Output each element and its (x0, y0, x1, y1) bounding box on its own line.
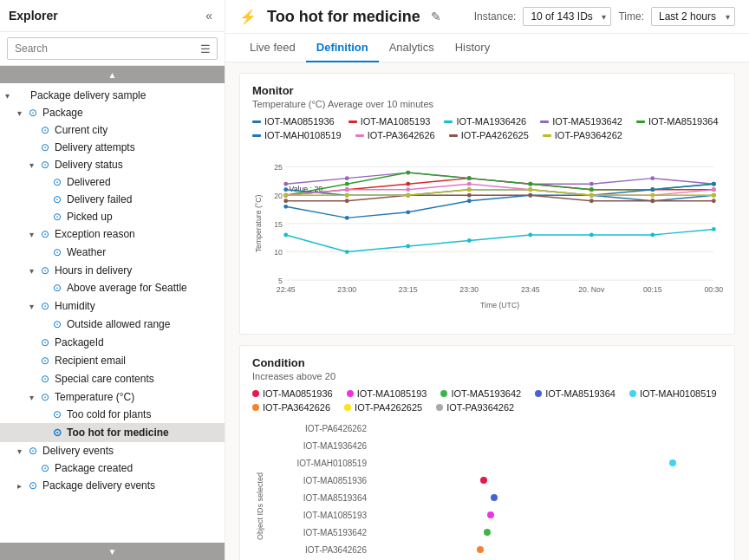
sidebar-item-too-hot-medicine[interactable]: ⊙Too hot for medicine··· (0, 423, 225, 442)
sidebar-item-packageid[interactable]: ⊙PackageId··· (0, 333, 225, 352)
svg-point-32 (406, 182, 410, 186)
tree-node-icon: ⊙ (50, 246, 64, 258)
svg-point-68 (650, 187, 655, 192)
sidebar-item-exception-reason[interactable]: ▾⊙Exception reason (0, 225, 225, 243)
sidebar-item-package-delivery-events[interactable]: ▸⊙Package delivery events (0, 477, 225, 494)
tree-node-icon: ⊙ (50, 282, 64, 294)
sidebar-item-delivery-status[interactable]: ▾⊙Delivery status (0, 156, 225, 173)
sidebar-item-package-created[interactable]: ⊙Package created (0, 459, 225, 477)
svg-point-78 (283, 199, 288, 203)
svg-point-59 (589, 187, 594, 192)
scatter-dot-area (372, 472, 722, 489)
tabs-container: Live feedDefinitionAnalyticsHistory (225, 34, 749, 62)
tree-node-icon: ⊙ (38, 462, 52, 474)
scatter-row-label: IOT-MA1936426 (268, 441, 372, 451)
scatter-dot (487, 511, 494, 518)
condition-chart-area: Object IDs selectedIOT-PA6426262IOT-MA19… (252, 420, 722, 560)
sidebar-item-too-cold-plants[interactable]: ⊙Too cold for plants (0, 406, 225, 423)
scatter-dot (484, 529, 491, 536)
svg-point-90 (528, 187, 532, 192)
sidebar-item-special-care-contents[interactable]: ⊙Special care contents··· (0, 369, 225, 388)
sidebar-item-package-delivery-sample[interactable]: ▾Package delivery sample (0, 87, 225, 104)
condition-legend-item: IOT-PA4262625 (344, 402, 422, 413)
tree-item-label: Delivered (67, 176, 221, 188)
sidebar-item-above-average-seattle[interactable]: ⊙Above average for Seattle (0, 279, 225, 296)
scroll-up-arrow[interactable]: ▲ (0, 66, 225, 83)
tree-item-label: Humidity (55, 300, 200, 312)
svg-point-22 (283, 205, 288, 209)
tab-analytics[interactable]: Analytics (379, 34, 445, 62)
edit-icon[interactable]: ✎ (431, 10, 441, 23)
tree-node-icon: ⊙ (38, 391, 52, 403)
tree-node-icon: ⊙ (38, 336, 52, 348)
svg-point-38 (283, 233, 288, 238)
sidebar-item-current-city[interactable]: ⊙Current city (0, 121, 225, 139)
sidebar-title: Explorer (9, 9, 58, 23)
scroll-down-arrow[interactable]: ▼ (0, 543, 225, 560)
tree-item-label: Temperature (°C) (55, 391, 221, 403)
svg-point-23 (345, 216, 349, 220)
sidebar-item-picked-up[interactable]: ⊙Picked up (0, 208, 225, 225)
tree-item-label: Recipient email (55, 355, 221, 367)
sidebar-item-weather[interactable]: ⊙Weather··· (0, 243, 225, 262)
tree-item-label: Current city (55, 124, 221, 136)
tree-chevron: ▾ (12, 108, 26, 118)
tree-node-icon: ⊙ (26, 479, 40, 492)
tab-definition[interactable]: Definition (306, 34, 379, 62)
sidebar-tree: ▾Package delivery sample▾⊙Package⊙Curren… (0, 83, 225, 543)
tree-item-label: Too cold for plants (67, 408, 221, 420)
sidebar-item-hours-in-delivery[interactable]: ▾⊙Hours in delivery (0, 262, 225, 279)
svg-text:23:45: 23:45 (521, 285, 540, 294)
sidebar-item-delivery-events[interactable]: ▾⊙Delivery events (0, 442, 225, 459)
monitor-chart: 510152025Value : 2022:4523:0023:1523:302… (252, 147, 722, 321)
svg-point-89 (467, 187, 472, 192)
tree-node-icon: ⊙ (26, 445, 40, 457)
svg-point-44 (650, 233, 655, 238)
tree-node-icon: ⊙ (26, 107, 40, 119)
svg-point-81 (467, 193, 472, 198)
condition-legend: IOT-MA0851936IOT-MA1085193IOT-MA5193642I… (252, 388, 722, 413)
time-select-wrapper: Last 2 hours (651, 7, 735, 26)
time-select[interactable]: Last 2 hours (651, 7, 735, 26)
tab-live-feed[interactable]: Live feed (239, 34, 306, 62)
search-input[interactable] (7, 37, 218, 60)
svg-point-91 (589, 193, 594, 198)
svg-text:00:15: 00:15 (643, 285, 662, 294)
monitor-panel: Monitor Temperature (°C) Average over 10… (239, 73, 735, 335)
svg-point-88 (406, 193, 410, 198)
tree-node-icon: ⊙ (50, 408, 64, 420)
tab-history[interactable]: History (445, 34, 500, 62)
tree-item-label: Delivery events (42, 445, 221, 457)
svg-point-77 (712, 187, 716, 192)
tree-item-label: Delivery attempts (55, 141, 221, 153)
scatter-dot-area (372, 524, 722, 541)
svg-point-24 (406, 210, 410, 214)
monitor-title: Monitor (252, 84, 722, 97)
sidebar-item-delivery-attempts[interactable]: ⊙Delivery attempts (0, 139, 225, 156)
scatter-dot (477, 546, 484, 553)
svg-text:5: 5 (278, 277, 283, 285)
sidebar-collapse-button[interactable]: « (202, 7, 216, 24)
sidebar-item-delivery-failed[interactable]: ⊙Delivery failed (0, 191, 225, 208)
scatter-dot-area (372, 506, 722, 524)
sidebar-item-temperature[interactable]: ▾⊙Temperature (°C) (0, 388, 225, 406)
svg-point-51 (589, 182, 594, 186)
svg-point-45 (712, 227, 716, 231)
svg-point-42 (528, 233, 532, 238)
sidebar-item-recipient-email[interactable]: ⊙Recipient email (0, 352, 225, 369)
svg-point-55 (345, 182, 349, 186)
sidebar-item-outside-allowed-range[interactable]: ⊙Outside allowed range (0, 316, 225, 333)
tree-item-label: Too hot for medicine (67, 427, 200, 439)
monitor-legend: IOT-MA0851936IOT-MA1085193IOT-MA1936426I… (252, 116, 722, 140)
scatter-dot-area (372, 437, 722, 454)
tree-item-label: Picked up (67, 211, 221, 223)
svg-text:25: 25 (274, 163, 283, 172)
tree-item-label: Outside allowed range (67, 318, 221, 330)
instance-select[interactable]: 10 of 143 IDs (523, 7, 611, 26)
sidebar-item-humidity[interactable]: ▾⊙Humidity··· (0, 296, 225, 316)
tree-node-icon: ⊙ (50, 193, 64, 205)
svg-point-57 (467, 176, 472, 180)
tree-chevron: ▾ (24, 393, 38, 402)
sidebar-item-delivered[interactable]: ⊙Delivered (0, 173, 225, 191)
sidebar-item-package[interactable]: ▾⊙Package (0, 104, 225, 121)
